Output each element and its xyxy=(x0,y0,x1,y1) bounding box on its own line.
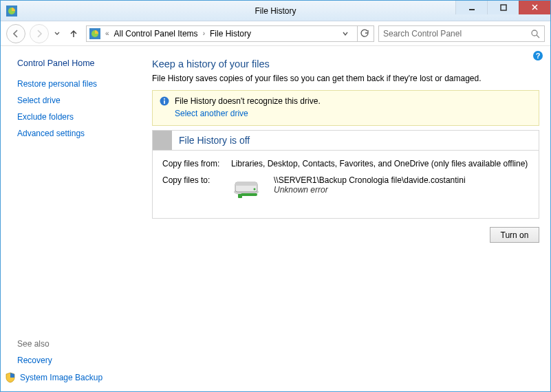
breadcrumb-sep-icon[interactable]: « xyxy=(103,30,111,37)
sidebar-link-system-image-backup[interactable]: System Image Backup xyxy=(20,373,102,382)
sidebar-link-advanced-settings[interactable]: Advanced settings xyxy=(17,129,145,138)
forward-button[interactable] xyxy=(30,24,49,43)
close-icon xyxy=(531,3,539,11)
refresh-icon xyxy=(360,29,369,38)
titlebar: File History xyxy=(1,1,550,21)
status-swatch xyxy=(153,131,172,150)
select-another-drive-link[interactable]: Select another drive xyxy=(175,109,248,118)
status-header: File History is off xyxy=(153,131,539,151)
breadcrumb: « All Control Panel Items › File History xyxy=(103,29,335,39)
address-bar[interactable]: « All Control Panel Items › File History xyxy=(86,25,374,42)
breadcrumb-item[interactable]: All Control Panel Items xyxy=(113,29,199,39)
body: Control Panel Home Restore personal file… xyxy=(1,46,550,391)
svg-rect-3 xyxy=(501,5,506,10)
svg-rect-15 xyxy=(235,182,257,186)
arrow-left-icon xyxy=(11,29,21,39)
svg-text:?: ? xyxy=(536,52,541,60)
svg-rect-2 xyxy=(469,9,475,10)
up-button[interactable] xyxy=(65,25,82,42)
svg-rect-11 xyxy=(164,100,165,104)
chevron-right-icon[interactable]: › xyxy=(201,30,207,37)
chevron-down-icon xyxy=(342,30,349,37)
arrow-up-icon xyxy=(69,29,78,39)
warning-banner: File History doesn't recognize this driv… xyxy=(152,90,539,126)
sidebar-link-recovery[interactable]: Recovery xyxy=(17,356,145,365)
arrow-right-icon xyxy=(34,29,44,39)
minimize-button[interactable] xyxy=(455,1,487,14)
control-panel-icon xyxy=(89,28,100,39)
search-icon xyxy=(530,29,540,39)
copy-to-label: Copy files to: xyxy=(162,175,231,185)
copy-from-label: Copy files from: xyxy=(162,159,231,168)
status-panel: File History is off Copy files from: Lib… xyxy=(152,130,539,219)
control-panel-home-link[interactable]: Control Panel Home xyxy=(17,58,145,68)
back-button[interactable] xyxy=(6,24,25,43)
shield-icon xyxy=(5,372,16,383)
content: ? Keep a history of your files File Hist… xyxy=(145,46,550,391)
info-icon xyxy=(160,96,169,106)
chevron-down-icon xyxy=(54,31,60,36)
svg-rect-18 xyxy=(238,194,242,198)
nav-history-dropdown[interactable] xyxy=(53,31,61,36)
maximize-icon xyxy=(500,4,507,11)
address-dropdown[interactable] xyxy=(338,26,353,41)
svg-rect-12 xyxy=(164,98,165,100)
page-title: Keep a history of your files xyxy=(152,58,539,69)
sidebar: Control Panel Home Restore personal file… xyxy=(1,46,145,391)
close-button[interactable] xyxy=(519,1,550,14)
sidebar-link-exclude-folders[interactable]: Exclude folders xyxy=(17,112,145,122)
nav-bar: « All Control Panel Items › File History… xyxy=(1,21,550,46)
minimize-icon xyxy=(468,4,475,11)
status-title: File History is off xyxy=(179,135,250,146)
svg-line-7 xyxy=(537,35,539,38)
copy-to-error: Unknown error xyxy=(274,185,466,195)
help-icon[interactable]: ? xyxy=(532,50,543,61)
window-controls xyxy=(455,1,550,14)
svg-point-16 xyxy=(254,188,256,190)
svg-rect-17 xyxy=(241,193,257,196)
file-history-window: File History xyxy=(0,0,551,392)
turn-on-button[interactable]: Turn on xyxy=(490,227,539,243)
copy-from-value: Libraries, Desktop, Contacts, Favorites,… xyxy=(231,159,529,168)
see-also-label: See also xyxy=(17,339,145,349)
sidebar-link-restore[interactable]: Restore personal files xyxy=(17,79,145,89)
search-placeholder: Search Control Panel xyxy=(383,29,530,39)
network-drive-icon xyxy=(231,175,264,200)
breadcrumb-item[interactable]: File History xyxy=(208,29,252,39)
actions: Turn on xyxy=(152,227,539,243)
refresh-button[interactable] xyxy=(357,26,372,41)
sidebar-link-select-drive[interactable]: Select drive xyxy=(17,96,145,105)
warning-text: File History doesn't recognize this driv… xyxy=(175,96,321,106)
svg-point-6 xyxy=(532,30,537,36)
page-subtext: File History saves copies of your files … xyxy=(152,74,539,83)
copy-to-path: \\SERVER1\Backup Cronologia file\davide.… xyxy=(274,175,466,185)
maximize-button[interactable] xyxy=(487,1,519,14)
search-input[interactable]: Search Control Panel xyxy=(378,25,545,42)
app-icon xyxy=(6,6,17,17)
